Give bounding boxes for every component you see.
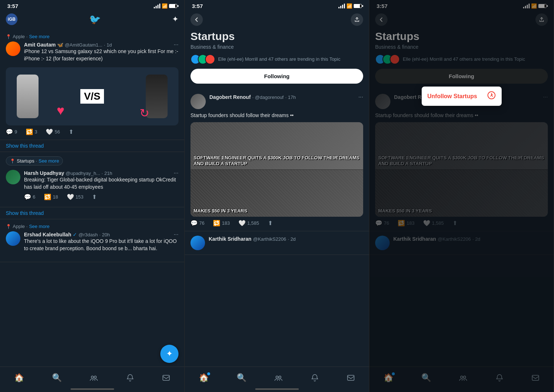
tweet-actions-1: 💬 9 🔁 3 🤍 56 ⬆ [6,128,178,135]
tweet-time-2: 21h [104,171,112,176]
home-indicator-2 [255,388,299,390]
next-tweet-name-2: Karthik Sridharan [209,236,251,242]
comment-action-topic-2[interactable]: 💬 76 [190,220,204,227]
see-more-1[interactable]: See more [29,34,49,39]
tweet-text-1: iPhone 12 vs Samsung galaxy s22 which on… [24,48,178,62]
heart-icon-red: ♥ [57,103,64,118]
share-action-1[interactable]: ⬆ [69,128,73,135]
like-action-topic-2[interactable]: 🤍 1,585 [238,220,259,227]
unfollow-icon-3 [487,91,496,101]
home-indicator-1 [71,388,114,390]
show-thread-1[interactable]: Show this thread [0,140,184,152]
status-time-1: 3:57 [7,3,18,9]
topic-tweet-text-2: Startup founders should follow their dre… [190,112,363,119]
tweet-time-3: 20h [102,232,110,237]
tweet-author-3: Ershad Kaleebullah [24,232,71,237]
nav-notifications-1[interactable] [126,374,134,382]
tweet-handle-1: @AmitGautam1... [65,42,103,48]
share-action-topic-2[interactable]: ⬆ [268,220,273,227]
phone-left-img [17,75,39,118]
wifi-icon-2: 📶 [346,3,352,9]
feed-scroll[interactable]: 📍 Apple · See more Amit Gautam 🦋 @AmitGa… [0,29,184,392]
igb-avatar[interactable]: iGB [6,13,17,25]
status-icons-2: 📶 [338,3,362,9]
nav-messages-1[interactable] [162,374,170,382]
retweet-count-topic-2: 183 [222,220,230,226]
see-more-2[interactable]: See more [39,158,59,164]
location-pin-3: 📍 [6,224,11,229]
unfollow-text-3[interactable]: Unfollow Startups [427,93,477,100]
tweet-text-3: There's a lot to like about the iQOO 9 P… [24,238,178,252]
nav-communities-2[interactable] [274,374,282,382]
topic-tweet-header-2: Dagobert Renouf · @dagorenouf · 17h ··· [190,94,363,109]
twitter-logo: 🐦 [89,14,101,25]
unfollow-popup-3[interactable]: Unfollow Startups [422,87,502,106]
like-action-1[interactable]: 🤍 56 [46,128,60,135]
svg-rect-5 [348,375,354,380]
share-action-2[interactable]: ⬆ [92,193,97,200]
tweet-item-2: 📍 Startups · See more Harsh Upadhyay @up… [0,152,184,207]
like-action-2[interactable]: 🤍 153 [67,193,84,200]
topic-tweet-2: Dagobert Renouf · @dagorenouf · 17h ··· … [185,89,369,231]
nav-search-2[interactable]: 🔍 [237,373,246,383]
topic-title-2: Startups [185,30,369,44]
signal-bars-2 [338,4,345,8]
retweet-action-1[interactable]: 🔁 3 [26,128,37,135]
nav-home-1[interactable]: 🏠 [14,373,24,383]
tweet-meta-1: 📍 Apple · See more [6,34,178,39]
svg-point-1 [94,376,96,378]
following-button-2[interactable]: Following [190,69,363,84]
topic-label-3: Apple [13,224,25,229]
nav-communities-1[interactable] [90,374,98,382]
topic-tweet-time-2: 17h [288,95,296,100]
retweet-count-2: 18 [53,194,58,200]
topic-tweet-meta-2: Dagobert Renouf · @dagorenouf · 17h [209,94,355,100]
tweet-author-line-3: Ershad Kaleebullah ✓ @r3dash · 20h ··· [24,231,178,238]
tweet-author-2: Harsh Upadhyay [24,170,64,176]
tweet-text-2: Breaking: Tiger Global-backed digital bo… [24,176,178,191]
tweet-handle-2: @upadhyay_h... [65,171,100,176]
share-button-2[interactable] [351,13,363,26]
nav-home-2[interactable]: 🏠 [199,373,209,383]
topic-badge-2[interactable]: 📍 Startups · See more [6,156,63,165]
back-button-2[interactable] [190,13,203,26]
tweet-avatar-2 [6,170,20,184]
next-tweet-preview-2: Karthik Sridharan @KarthikS2206 · 2d [185,231,369,255]
comment-action-1[interactable]: 💬 9 [6,128,17,135]
nav-search-1[interactable]: 🔍 [52,373,62,383]
topic-followers-2: Elle (ehl-ee) Morrill and 47 others are … [185,54,369,69]
tweet-more-2[interactable]: ··· [174,170,178,176]
nav-notifications-2[interactable] [311,374,319,382]
vs-text: V/S [80,89,104,104]
comment-action-2[interactable]: 💬 6 [24,193,35,200]
retweet-action-topic-2[interactable]: 🔁 183 [213,220,230,227]
topic-category-2: Business & finance [185,44,369,54]
show-thread-2[interactable]: Show this thread [0,207,184,219]
compose-fab[interactable]: ✦ [160,345,178,363]
comment-count-1: 9 [15,129,17,135]
retweet-action-2[interactable]: 🔁 18 [44,193,58,200]
nav-messages-2[interactable] [347,374,355,382]
tweet-item-1: 📍 Apple · See more Amit Gautam 🦋 @AmitGa… [0,29,184,140]
panel-3: 3:57 📶 Startups [369,0,554,392]
topic-scroll-2[interactable]: Dagobert Renouf · @dagorenouf · 17h ··· … [185,89,369,392]
like-count-2: 153 [76,194,84,200]
tweet-more-1[interactable]: ··· [174,41,178,48]
status-time-2: 3:57 [192,3,203,9]
signal-bars-1 [154,4,160,8]
tweet-time-1: 1d [107,42,112,48]
follower-text-2: Elle (ehl-ee) Morrill and 47 others are … [218,56,340,63]
status-bar-1: 3:57 📶 [0,0,184,11]
tweet-header-3: Ershad Kaleebullah ✓ @r3dash · 20h ··· T… [6,231,178,255]
svg-rect-2 [163,375,169,380]
see-more-3[interactable]: See more [29,224,49,229]
sparkle-icon[interactable]: ✦ [172,15,178,24]
like-count-1: 56 [55,129,60,135]
tweet-item-3: 📍 Apple · See more Ershad Kaleebullah ✓ … [0,219,184,262]
tweet-more-3[interactable]: ··· [174,231,178,238]
topic-page-header-2 [185,11,369,30]
topic-tweet-more-2[interactable]: ··· [358,94,363,100]
tweet-content-2: Harsh Upadhyay @upadhyay_h... · 21h ··· … [24,170,178,200]
startups-topic-label: Startups [17,158,34,164]
topic-tweet-avatar-2 [190,94,206,109]
